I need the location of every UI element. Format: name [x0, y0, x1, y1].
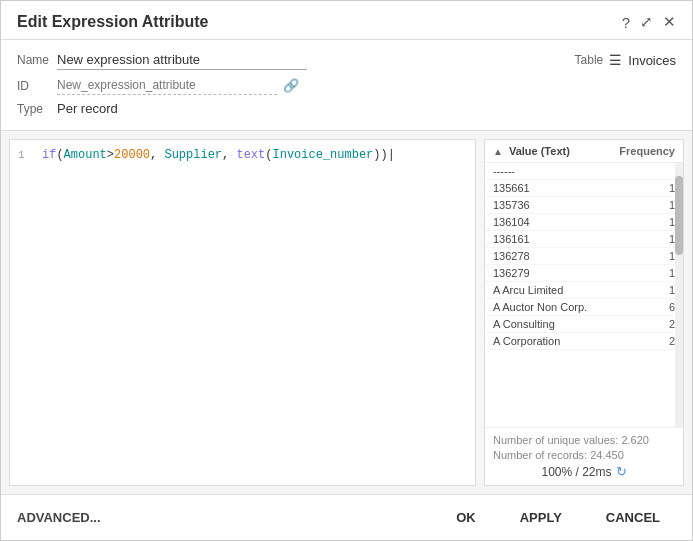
name-row: Name Table ☰ Invoices [17, 50, 676, 70]
type-label: Type [17, 102, 57, 116]
close-icon[interactable]: ✕ [663, 13, 676, 31]
list-item: A Auctor Non Corp.6 [485, 299, 683, 316]
link-icon: 🔗 [283, 78, 299, 93]
col-freq-header: Frequency [619, 145, 675, 157]
values-footer: Number of unique values: 2.620 Number of… [485, 427, 683, 485]
name-input[interactable] [57, 50, 307, 70]
expression-code: if(Amount>20000, Supplier, text(Invoice_… [42, 148, 395, 162]
list-item: 1361611 [485, 231, 683, 248]
name-label: Name [17, 53, 57, 67]
list-item: 1361041 [485, 214, 683, 231]
expression-line: 1 if(Amount>20000, Supplier, text(Invoic… [18, 148, 467, 162]
dialog-fields: Name Table ☰ Invoices ID 🔗 Type Per reco… [1, 40, 692, 131]
dialog-title: Edit Expression Attribute [17, 13, 208, 31]
table-section: Table ☰ Invoices [575, 52, 676, 68]
list-item: A Arcu Limited1 [485, 282, 683, 299]
list-item: 1357361 [485, 197, 683, 214]
advanced-button[interactable]: ADVANCED... [17, 510, 101, 525]
expand-icon[interactable]: ⤢ [640, 13, 653, 31]
list-item: A Consulting2 [485, 316, 683, 333]
values-list[interactable]: ------1356611135736113610411361611136278… [485, 163, 683, 427]
footer-left: ADVANCED... [17, 510, 101, 525]
list-item: A Corporation2 [485, 333, 683, 350]
table-label: Table [575, 53, 604, 67]
values-panel: ▲ Value (Text) Frequency ------135661113… [484, 139, 684, 486]
sort-icon: ▲ [493, 146, 503, 157]
expression-panel[interactable]: 1 if(Amount>20000, Supplier, text(Invoic… [9, 139, 476, 486]
values-header: ▲ Value (Text) Frequency [485, 140, 683, 163]
cancel-button[interactable]: CANCEL [590, 505, 676, 530]
list-item: 1362781 [485, 248, 683, 265]
dialog-body: 1 if(Amount>20000, Supplier, text(Invoic… [9, 139, 684, 486]
list-item: 1356611 [485, 180, 683, 197]
table-icon: ☰ [609, 52, 622, 68]
line-number: 1 [18, 148, 32, 161]
col-value-header: Value (Text) [509, 145, 619, 157]
type-value: Per record [57, 101, 118, 116]
edit-expression-dialog: Edit Expression Attribute ? ⤢ ✕ Name Tab… [0, 0, 693, 541]
table-name: Invoices [628, 53, 676, 68]
records-stat: Number of records: 24.450 [493, 449, 675, 461]
apply-button[interactable]: APPLY [504, 505, 578, 530]
help-icon[interactable]: ? [622, 14, 630, 31]
dialog-header: Edit Expression Attribute ? ⤢ ✕ [1, 1, 692, 40]
refresh-icon[interactable]: ↻ [616, 464, 627, 479]
id-input[interactable] [57, 76, 277, 95]
unique-values-stat: Number of unique values: 2.620 [493, 434, 675, 446]
id-row: ID 🔗 [17, 76, 676, 95]
list-item: ------ [485, 163, 683, 180]
list-item: 1362791 [485, 265, 683, 282]
footer-right: OK APPLY CANCEL [440, 505, 676, 530]
type-row: Type Per record [17, 101, 676, 116]
refresh-text: 100% / 22ms [541, 465, 611, 479]
refresh-section: 100% / 22ms ↻ [493, 464, 675, 479]
ok-button[interactable]: OK [440, 505, 492, 530]
id-label: ID [17, 79, 57, 93]
dialog-footer: ADVANCED... OK APPLY CANCEL [1, 494, 692, 540]
header-icons: ? ⤢ ✕ [622, 13, 676, 31]
